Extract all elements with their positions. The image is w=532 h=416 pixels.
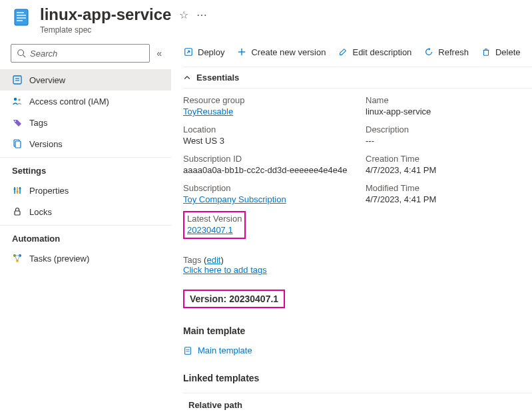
- document-icon: [183, 346, 192, 355]
- svg-point-12: [15, 120, 16, 122]
- main-template-link[interactable]: Main template: [183, 345, 532, 355]
- pencil-icon: [338, 47, 348, 57]
- search-box[interactable]: [11, 44, 150, 63]
- svg-rect-3: [17, 17, 26, 19]
- ess-name: Name linux-app-service: [366, 95, 532, 116]
- svg-rect-4: [17, 20, 23, 21]
- svg-rect-2: [17, 15, 26, 16]
- sidebar-item-label: Versions: [29, 139, 63, 149]
- ess-resource-group: Resource group ToyReusable: [183, 95, 350, 116]
- subscription-link[interactable]: Toy Company Subscription: [183, 194, 286, 204]
- svg-point-10: [14, 98, 17, 101]
- page-title: linux-app-service: [40, 5, 171, 24]
- linked-templates-column-header: Relative path: [183, 393, 532, 416]
- svg-rect-1: [17, 12, 24, 13]
- svg-rect-34: [185, 347, 191, 354]
- sidebar-section-automation: Automation: [0, 225, 171, 248]
- collapse-sidebar-icon[interactable]: «: [154, 48, 164, 59]
- sidebar-item-label: Access control (IAM): [29, 97, 109, 106]
- essentials-body: Resource group ToyReusable Location West…: [183, 89, 532, 275]
- svg-line-26: [15, 256, 17, 261]
- create-version-button[interactable]: Create new version: [236, 47, 326, 57]
- ess-location: Location West US 3: [183, 124, 350, 146]
- search-input[interactable]: [30, 49, 144, 59]
- search-icon: [17, 49, 26, 58]
- ess-creation-time: Creation Time 4/7/2023, 4:41 PM: [366, 154, 532, 175]
- version-heading: Version: 20230407.1: [183, 290, 285, 308]
- ess-tags: Tags (edit) Click here to add tags: [183, 255, 350, 275]
- toolbar: Deploy Create new version Edit descripti…: [183, 44, 532, 67]
- tags-icon: [12, 117, 23, 128]
- essentials-toggle[interactable]: Essentials: [183, 67, 532, 89]
- ess-subscription: Subscription Toy Company Subscription: [183, 183, 350, 204]
- plus-icon: [236, 47, 247, 57]
- header-title-block: linux-app-service ☆ ⋯ Template spec: [40, 5, 521, 35]
- latest-version-link[interactable]: 20230407.1: [187, 225, 233, 235]
- resource-group-link[interactable]: ToyReusable: [183, 106, 233, 116]
- sidebar-item-tags[interactable]: Tags: [0, 112, 171, 133]
- main-template-heading: Main template: [183, 325, 532, 336]
- sidebar-item-versions[interactable]: Versions: [0, 133, 171, 154]
- linked-templates-heading: Linked templates: [183, 373, 532, 383]
- ess-description: Description ---: [366, 124, 532, 146]
- tasks-icon: [12, 253, 23, 264]
- svg-point-20: [19, 188, 21, 190]
- refresh-icon: [423, 47, 434, 57]
- svg-point-5: [18, 50, 24, 56]
- template-spec-icon: [11, 7, 32, 28]
- svg-rect-14: [15, 141, 21, 148]
- sidebar-section-settings: Settings: [0, 157, 171, 180]
- sidebar-item-label: Tags: [29, 118, 47, 128]
- locks-icon: [12, 206, 23, 217]
- svg-point-11: [18, 99, 21, 101]
- delete-button[interactable]: Delete: [481, 47, 521, 57]
- access-control-icon: [12, 96, 23, 106]
- overview-icon: [12, 75, 23, 85]
- deploy-icon: [183, 47, 194, 57]
- favorite-icon[interactable]: ☆: [179, 9, 188, 21]
- sidebar-item-locks[interactable]: Locks: [0, 201, 171, 222]
- svg-point-18: [14, 188, 16, 190]
- svg-line-6: [23, 55, 26, 58]
- sidebar-item-access-control[interactable]: Access control (IAM): [0, 91, 171, 112]
- svg-rect-21: [15, 211, 20, 215]
- sidebar-item-label: Locks: [29, 207, 52, 217]
- deploy-button[interactable]: Deploy: [183, 47, 224, 57]
- trash-icon: [481, 47, 491, 57]
- svg-point-19: [17, 191, 19, 193]
- refresh-button[interactable]: Refresh: [423, 47, 469, 57]
- sidebar-item-label: Properties: [29, 186, 69, 196]
- latest-version-highlight: Latest Version 20230407.1: [183, 211, 246, 239]
- page-subtitle: Template spec: [40, 25, 521, 35]
- tags-add-link[interactable]: Click here to add tags: [183, 265, 267, 275]
- sidebar-item-label: Overview: [29, 75, 65, 85]
- versions-icon: [12, 138, 23, 149]
- main-content: Deploy Create new version Edit descripti…: [171, 40, 532, 416]
- edit-description-button[interactable]: Edit description: [338, 47, 411, 57]
- more-icon[interactable]: ⋯: [196, 9, 207, 21]
- page-header: linux-app-service ☆ ⋯ Template spec: [0, 0, 532, 40]
- svg-rect-31: [483, 50, 488, 55]
- ess-subscription-id: Subscription ID aaaa0a0a-bb1b-cc2c-dd3d-…: [183, 154, 350, 175]
- sidebar: « Overview Access control (IAM) Tags Ver: [0, 40, 171, 416]
- sidebar-item-properties[interactable]: Properties: [0, 180, 171, 201]
- svg-line-27: [17, 256, 20, 261]
- ess-modified-time: Modified Time 4/7/2023, 4:41 PM: [366, 183, 532, 204]
- sidebar-item-tasks[interactable]: Tasks (preview): [0, 248, 171, 269]
- properties-icon: [12, 185, 23, 196]
- sidebar-item-overview[interactable]: Overview: [0, 69, 171, 91]
- tags-edit-link[interactable]: edit: [206, 255, 220, 265]
- chevron-up-icon: [183, 74, 191, 82]
- sidebar-item-label: Tasks (preview): [29, 254, 89, 264]
- svg-rect-7: [13, 76, 21, 84]
